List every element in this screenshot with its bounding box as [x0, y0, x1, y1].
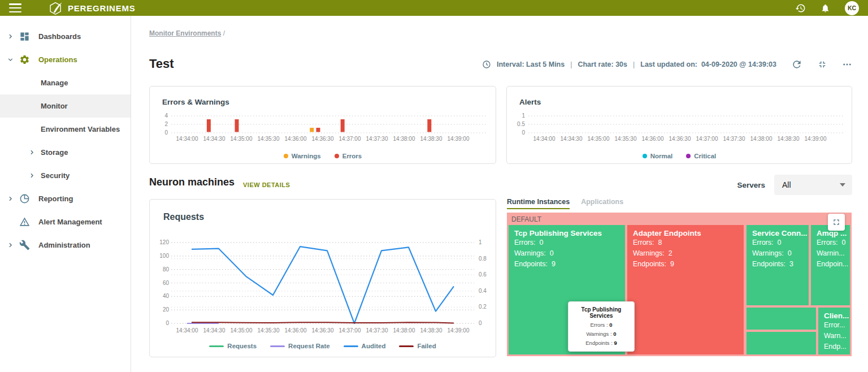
x-tick-label: 14:38:00 [393, 136, 415, 142]
x-tick-label: 14:35:00 [231, 136, 253, 142]
breadcrumb-separator: / [223, 29, 225, 37]
sidebar-item-label: Security [41, 171, 70, 180]
sidebar-item-environment-variables[interactable]: Environment Variables [0, 118, 131, 141]
servers-select[interactable]: All [774, 175, 852, 195]
tile-metric: Warnings: 0 [752, 248, 803, 259]
collapse-button[interactable] [817, 59, 827, 70]
tile-metric: Errors: 0 [817, 237, 844, 248]
left-y-tick-label: 80 [163, 266, 170, 272]
treemap-tile-clien[interactable]: Clien...Error...Warn...Endp... [818, 308, 850, 354]
tile-metric: Warnin... [817, 248, 844, 259]
history-button[interactable] [795, 3, 806, 14]
errors-bar[interactable] [341, 119, 345, 132]
x-tick-label: 14:36:00 [642, 136, 664, 142]
interval-text: Interval: Last 5 Mins [497, 60, 565, 68]
legend-swatch [209, 345, 224, 347]
sidebar-item-reporting[interactable]: Reporting [0, 187, 131, 210]
y-tick-label: 1 [522, 113, 525, 119]
user-avatar[interactable]: KC [845, 1, 859, 15]
refresh-icon [791, 59, 802, 70]
x-tick-label: 14:38:30 [778, 136, 800, 142]
sidebar-item-operations[interactable]: Operations [0, 48, 131, 71]
tab-runtime-instances[interactable]: Runtime Instances [507, 198, 570, 209]
fullscreen-icon [832, 218, 841, 227]
errors-bar[interactable] [235, 119, 239, 132]
legend-warnings[interactable]: Warnings [284, 153, 321, 159]
errors-bar[interactable] [427, 119, 431, 132]
errors-bar[interactable] [207, 119, 211, 132]
x-tick-label: 14:36:00 [285, 136, 307, 142]
tile-metric: Endpoints: 3 [752, 259, 803, 270]
requests-chart: 00.20.40.60.8102040608010012014:34:0014:… [154, 232, 491, 340]
sidebar-item-administration[interactable]: Administration [0, 233, 131, 257]
x-tick-label: 14:34:30 [561, 136, 583, 142]
x-tick-label: 14:35:00 [588, 136, 610, 142]
treemap-tile[interactable] [747, 308, 816, 330]
chevron-cell [28, 149, 41, 156]
notifications-button[interactable] [821, 3, 830, 13]
meta-separator: | [633, 60, 635, 68]
legend-requests[interactable]: Requests [209, 343, 257, 349]
warnings-bar[interactable] [310, 128, 314, 132]
legend-label: Requests [227, 343, 257, 349]
legend-failed[interactable]: Failed [399, 343, 436, 349]
right-y-tick-label: 0.2 [479, 304, 487, 310]
legend-request-rate[interactable]: Request Rate [270, 343, 330, 349]
y-tick-label: 4 [164, 113, 168, 119]
tab-applications[interactable]: Applications [581, 198, 623, 209]
sidebar-item-security[interactable]: Security [0, 164, 131, 187]
left-y-tick-label: 40 [163, 293, 170, 299]
treemap-tile-service-conn[interactable]: Service Conn...Errors: 0Warnings: 0Endpo… [747, 225, 809, 305]
legend-swatch [643, 154, 647, 158]
legend-swatch [284, 154, 288, 158]
servers-filter: Servers All [737, 175, 852, 195]
instances-tabs: Runtime Instances Applications [507, 198, 623, 209]
view-details-link[interactable]: VIEW DETAILS [243, 181, 290, 188]
chevron-cell [7, 33, 19, 40]
treemap-expand-button[interactable] [828, 214, 845, 231]
left-y-tick-label: 120 [159, 239, 169, 245]
x-tick-label: 14:39:00 [805, 136, 827, 142]
treemap-tile-amqp[interactable]: Amqp ...Errors: 0Warnin...Endpoin... [811, 225, 850, 305]
requests-title: Requests [163, 212, 204, 222]
sidebar-item-storage[interactable]: Storage [0, 141, 131, 164]
right-y-tick-label: 0.8 [479, 256, 487, 262]
sidebar-item-label: Monitor [41, 102, 68, 110]
audited-line[interactable] [192, 246, 454, 323]
treemap-tile[interactable] [747, 332, 816, 354]
neuron-machines-title: Neuron machines [149, 176, 235, 188]
chevron-down-icon [7, 56, 14, 63]
legend-critical[interactable]: Critical [686, 153, 716, 159]
x-tick-label: 14:34:00 [533, 136, 555, 142]
refresh-button[interactable] [791, 59, 802, 70]
tooltip-row-errors: Errors : 0 [571, 322, 632, 328]
legend-normal[interactable]: Normal [643, 153, 673, 159]
failed-line[interactable] [192, 322, 454, 323]
more-options-button[interactable] [842, 59, 852, 70]
refresh-meta: Interval: Last 5 Mins | Chart rate: 30s … [482, 59, 852, 70]
x-tick-label: 14:39:00 [448, 136, 470, 142]
legend-label: Errors [342, 153, 362, 159]
feather-hexagon-icon [47, 1, 64, 16]
legend-errors[interactable]: Errors [335, 153, 362, 159]
breadcrumb-link[interactable]: Monitor Environments [149, 29, 221, 37]
sidebar-item-alert-management[interactable]: Alert Management [0, 210, 131, 233]
menu-icon[interactable] [9, 3, 21, 12]
x-tick-label: 14:39:00 [448, 327, 470, 334]
x-tick-label: 14:37:00 [696, 136, 718, 142]
x-tick-label: 14:36:30 [312, 327, 334, 334]
sidebar-item-monitor[interactable]: Monitor [0, 94, 131, 118]
chevron-cell [28, 172, 41, 179]
fullscreen-exit-icon [817, 59, 827, 70]
grid-icon [19, 31, 33, 42]
tile-metric: Warnings: 0 [514, 248, 619, 259]
x-tick-label: 14:37:00 [339, 136, 361, 142]
legend-swatch [344, 345, 358, 347]
sidebar-item-label: Administration [38, 241, 90, 249]
legend-label: Audited [362, 343, 386, 349]
treemap-tile-adapter-endpoints[interactable]: Adapter EndpointsErrors: 8Warnings: 2End… [627, 225, 744, 354]
legend-audited[interactable]: Audited [344, 343, 386, 349]
errors-bar[interactable] [316, 128, 320, 132]
sidebar-item-manage[interactable]: Manage [0, 71, 131, 94]
sidebar-item-dashboards[interactable]: Dashboards [0, 25, 131, 48]
